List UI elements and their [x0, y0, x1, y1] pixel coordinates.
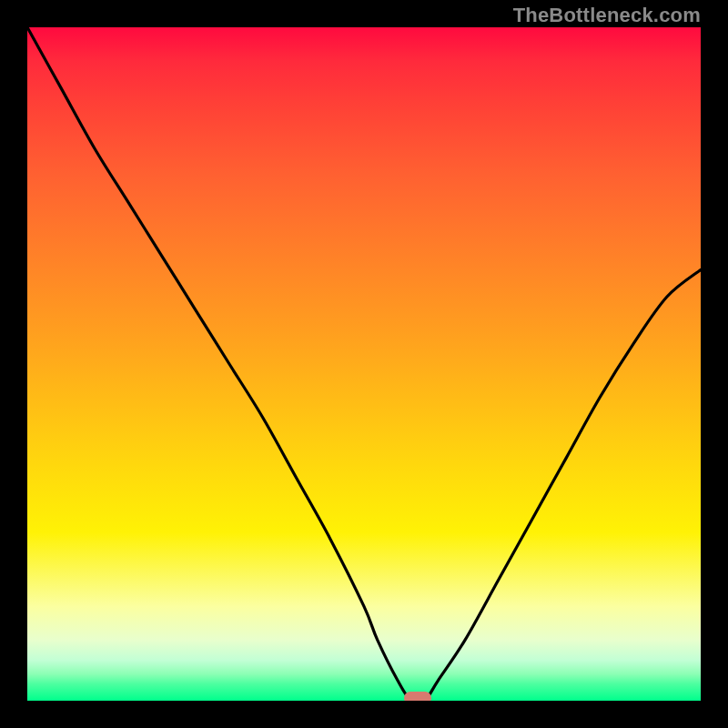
chart-frame: TheBottleneck.com [0, 0, 728, 728]
optimal-marker [404, 692, 431, 701]
curve-svg [27, 27, 701, 701]
attribution-label: TheBottleneck.com [513, 4, 701, 27]
plot-area [27, 27, 701, 701]
bottleneck-curve [27, 27, 701, 701]
